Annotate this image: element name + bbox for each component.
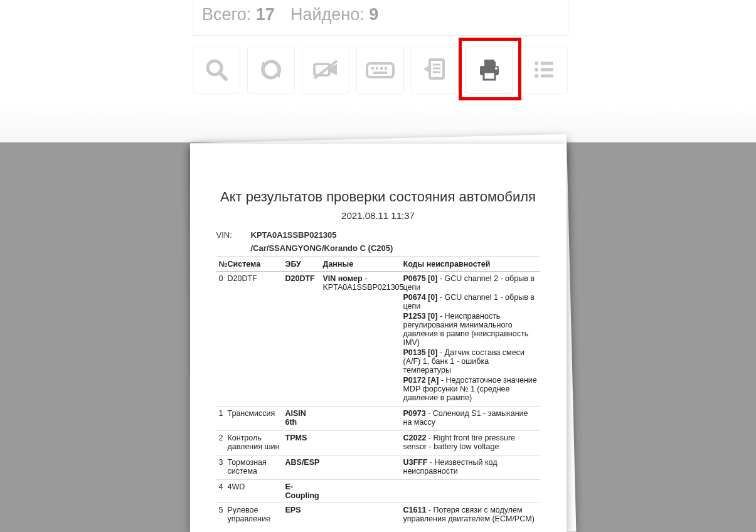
row-system: Тормозная система (225, 455, 283, 480)
row-ecu: E-Coupling (283, 480, 321, 503)
systems-table: № Система ЭБУ Данные Коды неисправностей… (216, 257, 540, 527)
row-data: VIN номер - KPTA0A1SSBP021305 (321, 272, 401, 407)
row-system: 4WD (225, 480, 283, 503)
svg-rect-12 (373, 72, 387, 74)
col-system: Система (225, 257, 283, 272)
svg-point-24 (535, 68, 538, 72)
table-row: 44WDE-Coupling (216, 480, 540, 503)
row-ecu: ABS/ESP (283, 455, 321, 480)
row-system: Трансмиссия (225, 407, 283, 431)
list-icon (531, 57, 556, 82)
svg-rect-8 (371, 67, 374, 70)
col-codes: Коды неисправностей (401, 257, 540, 272)
row-data (321, 503, 401, 528)
svg-rect-27 (541, 75, 553, 78)
search-icon (204, 57, 229, 82)
svg-rect-11 (385, 67, 387, 70)
export-icon (422, 57, 447, 82)
total-label: Всего: (202, 5, 251, 24)
row-data (321, 480, 401, 503)
row-codes: P0675 [0] - GCU channel 2 - обрыв в цепи… (401, 272, 540, 407)
keyboard-button[interactable] (356, 46, 404, 93)
table-row: 3Тормозная системаABS/ESPU3FFF - Неизвес… (216, 455, 540, 480)
table-row: 5Рулевое управлениеEPSC1611 - Потеря свя… (216, 503, 540, 528)
search-button[interactable] (193, 46, 240, 93)
svg-point-26 (535, 74, 538, 78)
svg-rect-10 (380, 67, 383, 70)
table-row: 2Контроль давления шинTPMSC2022 - Right … (216, 431, 540, 455)
svg-rect-25 (541, 68, 553, 72)
report-title: Акт результатов проверки состояния автом… (216, 189, 540, 205)
camera-off-button[interactable] (302, 46, 349, 93)
svg-point-22 (535, 61, 538, 65)
list-button[interactable] (520, 46, 568, 93)
row-ecu: AISIN 6th (283, 407, 321, 431)
row-data (321, 455, 401, 480)
row-ecu: EPS (283, 503, 321, 528)
toolbar (193, 46, 568, 93)
camera-off-icon (312, 57, 339, 82)
row-codes (401, 480, 540, 503)
refresh-icon (258, 57, 284, 82)
print-button[interactable] (466, 46, 513, 93)
vin-value: KPTA0A1SSBP021305 (251, 230, 337, 240)
svg-point-21 (495, 67, 498, 70)
row-index: 0 (216, 272, 225, 407)
row-system: D20DTF (225, 272, 283, 407)
svg-line-1 (220, 73, 226, 79)
row-index: 1 (216, 407, 225, 431)
col-num: № (216, 257, 225, 272)
counts-bar: Всего: 17 Найдено: 9 (193, 0, 568, 36)
vin-label: VIN: (216, 230, 251, 240)
refresh-button[interactable] (247, 46, 295, 93)
col-ecu: ЭБУ (283, 257, 321, 272)
report-date: 2021.08.11 11:37 (216, 210, 540, 221)
row-codes: C1611 - Потеря связи с модулем управлени… (401, 503, 540, 528)
row-data (321, 407, 401, 431)
row-data (321, 431, 401, 455)
report-page: Акт результатов проверки состояния автом… (190, 144, 567, 532)
total-value: 17 (256, 5, 275, 24)
keyboard-icon (366, 60, 395, 80)
row-ecu: TPMS (283, 431, 321, 455)
row-system: Контроль давления шин (225, 431, 283, 455)
col-data: Данные (321, 257, 401, 272)
vehicle-path: /Car/SSANGYONG/Korando C (C205) (251, 243, 393, 253)
row-index: 4 (216, 480, 225, 503)
table-row: 0D20DTFD20DTFVIN номер - KPTA0A1SSBP0213… (216, 272, 540, 407)
table-row: 1ТрансмиссияAISIN 6thP0973 - Соленоид S1… (216, 407, 540, 431)
export-button[interactable] (411, 46, 459, 93)
svg-rect-9 (376, 67, 378, 70)
row-index: 5 (216, 503, 225, 528)
row-system: Рулевое управление (225, 503, 283, 528)
row-ecu: D20DTF (283, 272, 321, 407)
svg-rect-20 (484, 72, 495, 80)
row-codes: P0973 - Соленоид S1 - замыкание на массу (401, 407, 540, 431)
row-index: 3 (216, 455, 225, 480)
found-label: Найдено: (290, 5, 365, 24)
svg-rect-7 (367, 63, 393, 77)
found-value: 9 (369, 5, 378, 24)
row-codes: C2022 - Right front tire pressure sensor… (401, 431, 540, 455)
svg-rect-23 (541, 62, 553, 65)
print-icon (477, 57, 502, 82)
row-index: 2 (216, 431, 225, 455)
svg-marker-17 (423, 65, 430, 73)
row-codes: U3FFF - Неизвестный код неисправности (401, 455, 540, 480)
